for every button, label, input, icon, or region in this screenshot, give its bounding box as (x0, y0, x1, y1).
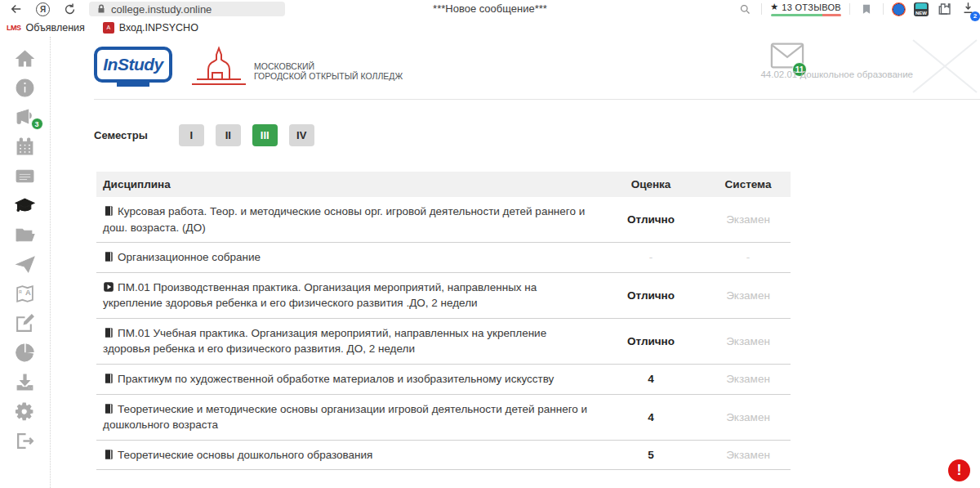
col-discipline: Дисциплина (103, 178, 603, 190)
sidebar-item-messages[interactable] (14, 254, 37, 275)
semester-1-button[interactable]: I (179, 124, 204, 146)
table-row[interactable]: ПМ.01 Учебная практика. Организация меро… (96, 319, 791, 365)
table-row[interactable]: Теоретические основы дошкольного образов… (96, 441, 791, 471)
search-icon[interactable] (737, 1, 753, 17)
pie-chart-icon (15, 342, 35, 363)
extension-new-icon[interactable]: NEW (914, 2, 929, 16)
app-header: InStudy МОСКОВСКИЙ ГОРОДСКОЙ ОТКРЫТЫЙ КО… (94, 37, 980, 100)
refresh-icon[interactable] (61, 1, 78, 17)
college-tower-icon (190, 45, 247, 87)
reviews-count: 13 отзывов (782, 2, 841, 12)
graduation-cap-icon (15, 195, 35, 216)
sidebar: 3 Aя (0, 37, 51, 488)
downloads-badge: 2 (970, 11, 980, 21)
edit-icon (15, 313, 35, 334)
gear-icon (15, 401, 35, 422)
site-reviews[interactable]: ★ 13 отзывов (770, 2, 841, 16)
system-value: Экзамен (699, 289, 797, 302)
downloads-button[interactable]: 2 (961, 1, 975, 18)
col-system: Система (699, 178, 797, 190)
sidebar-item-statistics[interactable] (14, 342, 37, 363)
book-icon (103, 327, 114, 338)
college-name: МОСКОВСКИЙ ГОРОДСКОЙ ОТКРЫТЫЙ КОЛЛЕДЖ (254, 61, 403, 81)
semester-switcher: Семестры I II III IV (94, 124, 980, 146)
svg-text:A: A (25, 289, 31, 297)
sidebar-item-info[interactable] (14, 78, 37, 98)
sidebar-item-announcements[interactable]: 3 (14, 107, 37, 128)
table-row[interactable]: Курсовая работа. Теор. и методические ос… (96, 197, 791, 243)
book-icon (103, 251, 114, 262)
lms-favicon: LMS (7, 24, 21, 32)
sidebar-item-journal[interactable] (14, 166, 37, 186)
semester-2-button[interactable]: II (216, 124, 241, 146)
reviews-rating-bar (771, 14, 841, 16)
sidebar-item-settings[interactable] (14, 401, 37, 422)
bookmark-inpsycho[interactable]: А Вход.INPSYCHO (103, 22, 198, 34)
bookmarks-bar: LMS Объявления А Вход.INPSYCHO (0, 18, 980, 37)
inpsycho-favicon: А (103, 22, 114, 34)
sidebar-item-logout[interactable] (14, 431, 37, 451)
system-value: Экзамен (699, 449, 797, 461)
yandex-browser-icon[interactable]: Я (36, 2, 50, 16)
table-row[interactable]: Теоретические и методические основы орга… (96, 395, 791, 441)
close-icon[interactable] (910, 37, 980, 96)
semesters-label: Семестры (94, 129, 148, 141)
list-card-icon (15, 166, 35, 186)
book-icon (103, 205, 114, 217)
sidebar-item-calendar[interactable] (14, 137, 37, 157)
semester-3-button[interactable]: III (252, 124, 278, 146)
divider (849, 3, 850, 15)
book-icon (103, 373, 114, 384)
back-icon[interactable] (8, 1, 24, 17)
paper-plane-icon (15, 254, 35, 275)
grade-value: Отлично (603, 335, 699, 347)
table-row[interactable]: Организационное собрание - - (96, 243, 791, 273)
bookmark-icon[interactable] (858, 1, 875, 17)
instudy-logo[interactable]: InStudy (94, 47, 172, 83)
play-icon (103, 281, 114, 293)
sidebar-item-compose[interactable] (14, 313, 37, 334)
svg-text:я: я (19, 288, 22, 295)
sidebar-item-downloads[interactable] (14, 372, 37, 392)
sidebar-item-grades[interactable] (14, 195, 37, 216)
table-row[interactable]: ПМ.01 Производственная практика. Организ… (96, 273, 791, 319)
calendar-icon (15, 137, 35, 157)
table-header: Дисциплина Оценка Система (96, 172, 791, 197)
star-icon: ★ (770, 2, 778, 12)
grades-table: Дисциплина Оценка Система Курсовая работ… (96, 172, 791, 470)
divider (761, 3, 762, 15)
info-icon (15, 78, 35, 98)
address-url: college.instudy.online (111, 3, 212, 16)
system-value: - (699, 251, 797, 263)
address-bar[interactable]: college.instudy.online (89, 2, 285, 16)
grade-value: 4 (603, 411, 699, 423)
system-value: Экзамен (699, 213, 797, 226)
sidebar-item-files[interactable] (14, 225, 37, 245)
program-name: 44.02.01 Дошкольное образование (760, 69, 913, 79)
table-row[interactable]: Практикум по художественной обработке ма… (96, 365, 791, 395)
mail-button[interactable]: 11 (770, 42, 804, 73)
grade-value: 5 (603, 449, 699, 461)
extension-collections-icon[interactable] (937, 1, 953, 17)
lock-icon (96, 4, 106, 14)
sidebar-item-home[interactable] (14, 48, 37, 69)
announcements-badge: 3 (31, 118, 43, 130)
download-tray-icon (15, 372, 35, 392)
main-content: InStudy МОСКОВСКИЙ ГОРОДСКОЙ ОТКРЫТЫЙ КО… (51, 37, 980, 488)
book-icon (103, 449, 114, 460)
grade-value: Отлично (603, 289, 699, 302)
grade-value: - (603, 251, 699, 263)
alert-notification-icon[interactable]: ! (948, 459, 970, 481)
system-value: Экзамен (699, 411, 797, 423)
system-value: Экзамен (699, 335, 797, 347)
book-icon (103, 403, 114, 414)
sidebar-item-translate[interactable]: Aя (14, 284, 37, 304)
extension-camera-icon[interactable] (892, 2, 906, 16)
browser-toolbar: Я college.instudy.online ***Новое сообще… (0, 0, 980, 18)
col-grade: Оценка (603, 178, 699, 190)
college-logo: МОСКОВСКИЙ ГОРОДСКОЙ ОТКРЫТЫЙ КОЛЛЕДЖ (190, 45, 403, 87)
bookmark-lms[interactable]: LMS Объявления (7, 22, 85, 34)
divider (883, 3, 884, 15)
semester-4-button[interactable]: IV (289, 124, 314, 146)
folder-icon (15, 225, 35, 245)
